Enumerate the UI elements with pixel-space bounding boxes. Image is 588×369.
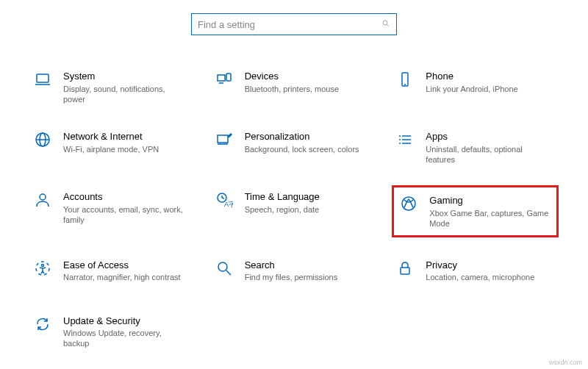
search-container xyxy=(0,0,588,35)
person-icon xyxy=(32,190,53,210)
tile-title: Network & Internet xyxy=(63,131,159,143)
tile-update-security[interactable]: Update & Security Windows Update, recove… xyxy=(29,309,196,354)
tile-devices[interactable]: Devices Bluetooth, printers, mouse xyxy=(211,65,378,109)
time-language-icon: A字 xyxy=(214,190,234,210)
search-icon xyxy=(381,19,390,30)
tile-title: Apps xyxy=(426,131,551,143)
tile-subtitle: Xbox Game Bar, captures, Game Mode xyxy=(429,208,552,229)
tile-system[interactable]: System Display, sound, notifications, po… xyxy=(29,65,196,109)
tile-subtitle: Uninstall, defaults, optional features xyxy=(426,144,551,165)
tile-ease-of-access[interactable]: Ease of Access Narrator, magnifier, high… xyxy=(29,254,196,293)
tile-subtitle: Speech, region, date xyxy=(245,204,320,215)
tile-subtitle: Background, lock screen, colors xyxy=(245,144,359,154)
tile-apps[interactable]: Apps Uninstall, defaults, optional featu… xyxy=(392,125,559,169)
tile-title: Ease of Access xyxy=(63,259,181,271)
devices-icon xyxy=(214,69,234,90)
tile-title: Phone xyxy=(426,71,517,82)
tile-privacy[interactable]: Privacy Location, camera, microphone xyxy=(392,254,559,293)
search-box[interactable] xyxy=(191,13,397,35)
svg-point-28 xyxy=(218,262,227,271)
svg-point-27 xyxy=(42,264,44,266)
ease-icon xyxy=(32,258,53,279)
tile-search[interactable]: Search Find my files, permissions xyxy=(211,254,378,293)
tile-title: Devices xyxy=(245,71,339,82)
tile-phone[interactable]: Phone Link your Android, iPhone xyxy=(392,65,559,109)
tile-personalization[interactable]: Personalization Background, lock screen,… xyxy=(211,125,378,169)
tile-time-language[interactable]: A字 Time & Language Speech, region, date xyxy=(211,185,378,237)
tile-title: Gaming xyxy=(429,195,552,207)
phone-icon xyxy=(395,69,415,90)
svg-line-1 xyxy=(387,24,390,26)
tile-subtitle: Display, sound, notifications, power xyxy=(63,84,188,105)
tile-subtitle: Windows Update, recovery, backup xyxy=(63,328,188,349)
tile-title: System xyxy=(63,71,188,82)
tile-title: Search xyxy=(245,259,338,271)
svg-point-20 xyxy=(40,194,46,200)
watermark-text: wsxdn.com xyxy=(549,359,582,366)
tile-subtitle: Location, camera, microphone xyxy=(426,272,534,282)
settings-grid: System Display, sound, notifications, po… xyxy=(29,65,559,354)
tile-title: Privacy xyxy=(426,259,534,271)
svg-rect-4 xyxy=(218,75,225,81)
tile-subtitle: Find my files, permissions xyxy=(245,272,338,282)
laptop-icon xyxy=(32,69,53,90)
tile-title: Time & Language xyxy=(245,191,320,203)
tile-gaming[interactable]: Gaming Xbox Game Bar, captures, Game Mod… xyxy=(392,185,559,237)
apps-icon xyxy=(395,129,415,150)
globe-icon xyxy=(32,129,53,150)
tile-subtitle: Narrator, magnifier, high contrast xyxy=(63,272,181,282)
search-input[interactable] xyxy=(198,19,381,30)
paint-icon xyxy=(214,129,234,150)
tile-network[interactable]: Network & Internet Wi-Fi, airplane mode,… xyxy=(29,125,196,169)
svg-point-0 xyxy=(383,21,387,25)
svg-text:A字: A字 xyxy=(224,201,233,208)
tile-title: Update & Security xyxy=(63,315,188,327)
tile-subtitle: Link your Android, iPhone xyxy=(426,84,517,94)
svg-line-29 xyxy=(226,271,231,275)
update-icon xyxy=(32,314,53,334)
tile-title: Accounts xyxy=(63,191,188,203)
svg-line-23 xyxy=(222,198,224,198)
tile-subtitle: Wi-Fi, airplane mode, VPN xyxy=(63,144,159,154)
search-category-icon xyxy=(214,258,234,279)
svg-rect-2 xyxy=(37,74,49,82)
xbox-icon xyxy=(398,193,419,214)
tile-subtitle: Your accounts, email, sync, work, family xyxy=(63,204,188,226)
lock-icon xyxy=(395,258,415,279)
tile-accounts[interactable]: Accounts Your accounts, email, sync, wor… xyxy=(29,185,196,237)
svg-rect-5 xyxy=(226,74,231,81)
svg-rect-30 xyxy=(401,268,409,274)
tile-subtitle: Bluetooth, printers, mouse xyxy=(245,84,339,94)
svg-rect-12 xyxy=(218,135,228,143)
tile-title: Personalization xyxy=(245,131,359,143)
